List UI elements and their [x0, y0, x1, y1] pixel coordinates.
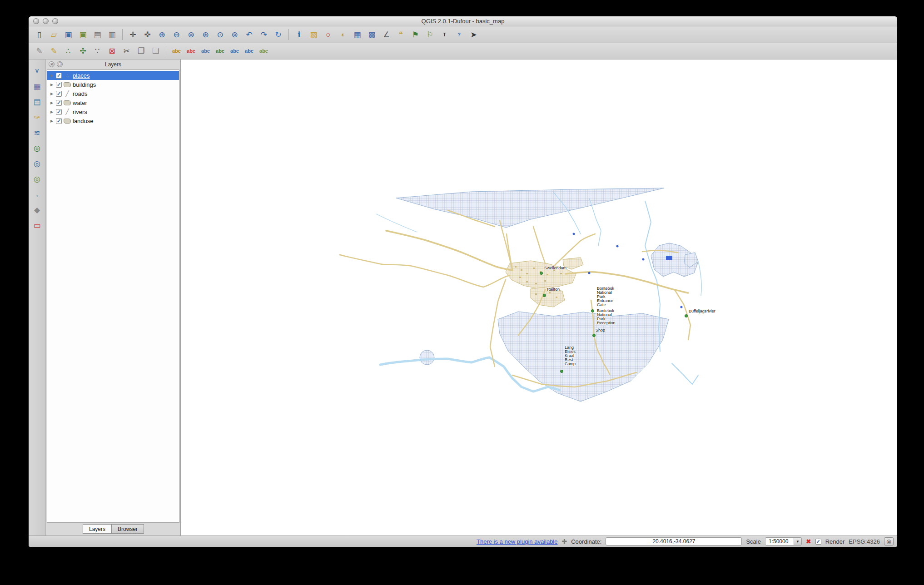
- add-postgis-layer-icon: ▤: [33, 98, 40, 106]
- cut-features-button[interactable]: ✂: [119, 45, 134, 58]
- layer-item-roads[interactable]: ▶✓╱roads: [47, 89, 179, 98]
- expander-icon[interactable]: ▶: [50, 74, 54, 78]
- open-project-button[interactable]: ▱: [47, 28, 61, 41]
- chevron-down-icon[interactable]: ▼: [794, 538, 801, 545]
- delete-selected-button[interactable]: ⊠: [105, 45, 119, 58]
- crs-status-icon[interactable]: ◎: [884, 537, 894, 545]
- new-print-composer-button[interactable]: ▥: [105, 28, 119, 41]
- expander-icon[interactable]: ▶: [50, 83, 54, 87]
- add-delimited-text-layer-button[interactable]: ,: [30, 188, 45, 201]
- move-feature-icon: ✣: [79, 47, 86, 55]
- help-button[interactable]: ?: [452, 28, 466, 41]
- close-panel-button[interactable]: ✕: [49, 61, 55, 67]
- add-oracle-layer-button[interactable]: ◆: [30, 203, 45, 217]
- zoom-next-button[interactable]: ↷: [257, 28, 271, 41]
- whats-this-button[interactable]: ➤: [467, 28, 481, 41]
- paste-features-button[interactable]: ❏: [149, 45, 163, 58]
- layer-item-landuse[interactable]: ▶✓landuse: [47, 116, 179, 125]
- layer-item-places[interactable]: ▶✓∴places: [47, 71, 179, 80]
- layer-checkbox[interactable]: ✓: [56, 109, 62, 115]
- add-raster-layer-button[interactable]: ▦: [30, 79, 45, 93]
- current-edits-button[interactable]: ✎: [32, 45, 46, 58]
- title-bar[interactable]: QGIS 2.0.1-Dufour - basic_map: [29, 16, 897, 26]
- text-annotation-button[interactable]: T: [437, 28, 452, 41]
- text-annotation-icon: T: [443, 32, 446, 37]
- zoom-to-selection-button[interactable]: ⊙: [213, 28, 227, 41]
- identify-features-button[interactable]: ℹ: [292, 28, 306, 41]
- layer-checkbox[interactable]: ✓: [56, 73, 62, 79]
- layer-checkbox[interactable]: ✓: [56, 118, 62, 124]
- new-project-button[interactable]: ▯: [32, 28, 46, 41]
- pan-to-selection-button[interactable]: ✜: [140, 28, 154, 41]
- add-wfs-layer-button[interactable]: ◎: [30, 172, 45, 186]
- expander-icon[interactable]: ▶: [50, 101, 54, 105]
- add-feature-button[interactable]: ∴: [61, 45, 75, 58]
- copy-features-button[interactable]: ❐: [134, 45, 148, 58]
- measure-line-button[interactable]: ∠: [379, 28, 393, 41]
- open-attribute-table-button[interactable]: ▦: [350, 28, 364, 41]
- coordinate-input[interactable]: [606, 537, 742, 545]
- new-plugin-link[interactable]: There is a new plugin available: [477, 538, 558, 545]
- map-canvas[interactable]: SwellendamRailtonBontebokNationalParkEnt…: [181, 59, 897, 535]
- select-features-button[interactable]: ▧: [307, 28, 321, 41]
- save-as-image-button[interactable]: ▤: [90, 28, 104, 41]
- layer-checkbox[interactable]: ✓: [56, 100, 62, 106]
- scale-combo[interactable]: 1:50000 ▼: [765, 537, 802, 545]
- expander-icon[interactable]: ▶: [50, 119, 54, 123]
- move-feature-button[interactable]: ✣: [76, 45, 90, 58]
- panel-tab-browser[interactable]: Browser: [111, 524, 144, 534]
- render-checkbox[interactable]: ✓: [815, 539, 821, 545]
- expander-icon[interactable]: ▶: [50, 110, 54, 114]
- pan-map-button[interactable]: ✛: [126, 28, 140, 41]
- main-toolbar: ▯▱▣▣▤▥✛✜⊕⊖⊜⊛⊙⊚↶↷↻ℹ▧○ε▦▩∠❝⚑⚐T?➤: [29, 26, 897, 43]
- new-shapefile-layer-button[interactable]: ▭: [30, 218, 45, 232]
- field-calculator-button[interactable]: ▩: [365, 28, 379, 41]
- add-vector-layer-button[interactable]: V: [30, 64, 45, 78]
- refresh-map-button[interactable]: ↻: [271, 28, 285, 41]
- layer-item-buildings[interactable]: ▶✓buildings: [47, 80, 179, 89]
- zoom-out-button[interactable]: ⊖: [169, 28, 184, 41]
- plugin-manager-icon[interactable]: ✚: [561, 538, 567, 545]
- add-wcs-layer-button[interactable]: ◎: [30, 157, 45, 170]
- toggle-editing-button[interactable]: ✎: [47, 45, 61, 58]
- zoom-to-layer-button[interactable]: ⊚: [228, 28, 242, 41]
- pin-unpin-labels-button[interactable]: abc: [199, 45, 213, 58]
- add-mssql-layer-button[interactable]: ≋: [30, 126, 45, 139]
- show-bookmarks-button[interactable]: ⚐: [423, 28, 437, 41]
- layer-checkbox[interactable]: ✓: [56, 82, 62, 88]
- layer-checkbox[interactable]: ✓: [56, 91, 62, 97]
- panel-tab-layers[interactable]: Layers: [83, 524, 112, 534]
- zoom-last-button[interactable]: ↶: [242, 28, 256, 41]
- node-tool-button[interactable]: ∵: [90, 45, 104, 58]
- add-spatialite-layer-button[interactable]: ✑: [30, 110, 45, 124]
- zoom-window-button[interactable]: [52, 18, 58, 24]
- deselect-features-button[interactable]: ○: [321, 28, 335, 41]
- zoom-in-button[interactable]: ⊕: [155, 28, 169, 41]
- scale-value[interactable]: 1:50000: [765, 538, 794, 545]
- move-label-button[interactable]: abc: [228, 45, 242, 58]
- new-bookmark-button[interactable]: ⚑: [408, 28, 422, 41]
- show-hide-labels-button[interactable]: abc: [213, 45, 227, 58]
- close-window-button[interactable]: [33, 18, 39, 24]
- layer-labeling-options-button[interactable]: abc: [169, 45, 184, 58]
- zoom-full-button[interactable]: ⊛: [199, 28, 213, 41]
- map-tips-button[interactable]: ❝: [394, 28, 408, 41]
- select-by-expression-button[interactable]: ε: [336, 28, 350, 41]
- layer-tree: ▶✓∴places▶✓buildings▶✓╱roads▶✓water▶✓╱ri…: [47, 69, 179, 523]
- rotate-label-icon: abc: [245, 49, 253, 54]
- rotate-label-button[interactable]: abc: [242, 45, 256, 58]
- save-project-button[interactable]: ▣: [61, 28, 75, 41]
- stop-render-icon[interactable]: ✖: [806, 538, 811, 545]
- add-postgis-layer-button[interactable]: ▤: [30, 95, 45, 109]
- minimize-window-button[interactable]: [43, 18, 49, 24]
- float-panel-button[interactable]: ❐: [57, 61, 63, 67]
- change-label-properties-button[interactable]: abc: [257, 45, 271, 58]
- layer-item-water[interactable]: ▶✓water: [47, 98, 179, 107]
- highlight-pinned-labels-button[interactable]: abc: [184, 45, 198, 58]
- add-wms-layer-button[interactable]: ◎: [30, 141, 45, 155]
- zoom-actual-size-button[interactable]: ⊜: [184, 28, 198, 41]
- save-project-as-button[interactable]: ▣: [76, 28, 90, 41]
- expander-icon[interactable]: ▶: [50, 92, 54, 96]
- layer-item-rivers[interactable]: ▶✓╱rivers: [47, 107, 179, 116]
- move-label-icon: abc: [230, 49, 239, 54]
